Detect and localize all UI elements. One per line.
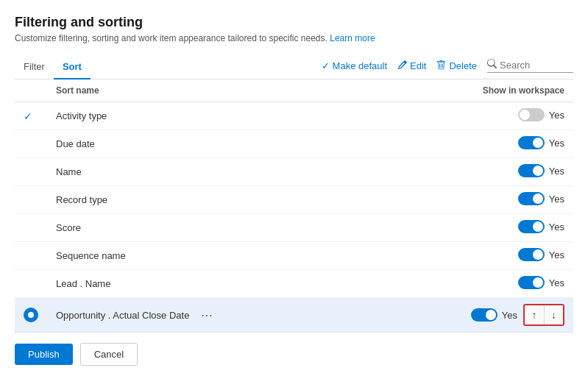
tab-filter[interactable]: Filter <box>15 55 54 79</box>
row-name-cell: Due date <box>47 130 441 158</box>
show-toggle[interactable]: Yes <box>518 220 564 233</box>
col-show: Show in workspace <box>441 79 573 102</box>
toggle-track[interactable] <box>518 164 545 177</box>
toggle-thumb <box>486 310 496 320</box>
col-sort-name: Sort name <box>47 79 441 102</box>
page-subtitle: Customize filtering, sorting and work it… <box>15 33 573 43</box>
table-row[interactable]: Name Yes <box>15 158 573 186</box>
toggle-track[interactable] <box>518 276 545 289</box>
row-name-text: Lead . Name <box>56 278 110 289</box>
make-default-button[interactable]: ✓ Make default <box>322 60 387 71</box>
show-toggle[interactable]: Yes <box>518 108 564 121</box>
show-toggle[interactable]: Yes <box>471 308 517 322</box>
show-toggle[interactable]: Yes <box>518 164 564 177</box>
reorder-buttons: ↑ ↓ <box>523 304 564 326</box>
table-row[interactable]: Score Yes <box>15 214 573 242</box>
row-name-text: Name <box>56 166 82 177</box>
toggle-label: Yes <box>549 277 564 288</box>
table-header-row: Sort name Show in workspace <box>15 79 573 102</box>
row-name-text: Sequence name <box>56 250 126 261</box>
tabs: Filter Sort <box>15 55 91 79</box>
row-name-cell: Opportunity . Actual Close Date⋯ <box>47 298 441 333</box>
row-name-cell: Score <box>47 214 441 242</box>
page-header: Filtering and sorting Customize filterin… <box>15 15 573 55</box>
check-icon: ✓ <box>24 110 32 122</box>
row-name-text: Record type <box>56 194 107 205</box>
footer: Publish Cancel <box>15 332 573 376</box>
toggle-thumb <box>533 221 543 232</box>
toggle-track[interactable] <box>518 108 545 121</box>
edit-icon <box>397 60 407 72</box>
row-check-cell <box>15 158 47 186</box>
learn-more-link[interactable]: Learn more <box>330 33 375 43</box>
toggle-thumb <box>533 249 543 260</box>
row-name-text: Opportunity . Actual Close Date <box>56 310 189 321</box>
toggle-track[interactable] <box>518 136 545 149</box>
move-up-button[interactable]: ↑ <box>525 305 544 324</box>
row-show-cell: Yes <box>441 130 573 158</box>
show-toggle[interactable]: Yes <box>518 276 564 289</box>
toggle-label: Yes <box>549 138 564 149</box>
toggle-label: Yes <box>502 310 517 321</box>
toggle-label: Yes <box>549 221 564 233</box>
toggle-thumb <box>533 138 543 148</box>
row-show-cell: Yes ↑ ↓ <box>441 298 573 333</box>
row-show-cell: Yes <box>441 242 573 270</box>
page-container: Filtering and sorting Customize filterin… <box>0 0 588 376</box>
toggle-thumb <box>533 194 543 204</box>
subtitle-text: Customize filtering, sorting and work it… <box>15 33 330 43</box>
table-row[interactable]: ✓Activity type Yes <box>15 102 573 130</box>
show-toggle[interactable]: Yes <box>518 248 564 261</box>
table-row[interactable]: Sequence name Yes <box>15 242 573 270</box>
toggle-label: Yes <box>549 110 564 121</box>
row-name-cell: Activity type <box>47 102 441 130</box>
row-name-text: Activity type <box>56 110 107 121</box>
toggle-track[interactable] <box>471 308 497 322</box>
toggle-thumb <box>520 110 530 120</box>
table-row[interactable]: Due date Yes <box>15 130 573 158</box>
selected-dot <box>24 308 38 322</box>
toggle-label: Yes <box>549 249 564 260</box>
toggle-track[interactable] <box>518 192 545 205</box>
row-name-text: Due date <box>56 138 95 149</box>
row-name-cell: Name <box>47 158 441 186</box>
sort-table: Sort name Show in workspace ✓Activity ty… <box>15 79 573 332</box>
toggle-label: Yes <box>549 166 564 177</box>
table-row[interactable]: Record type Yes <box>15 186 573 214</box>
row-check-cell <box>15 186 47 214</box>
show-toggle[interactable]: Yes <box>518 136 564 149</box>
row-name-cell: Sequence name <box>47 242 441 270</box>
row-name-cell: Record type <box>47 186 441 214</box>
cancel-button[interactable]: Cancel <box>80 343 138 366</box>
toggle-track[interactable] <box>518 220 545 233</box>
delete-icon <box>436 60 446 72</box>
delete-button[interactable]: Delete <box>436 60 477 72</box>
col-check <box>15 79 47 102</box>
row-check-cell: ✓ <box>15 102 47 130</box>
search-container <box>487 59 573 73</box>
row-name-cell: Lead . Name <box>47 270 441 298</box>
toggle-label: Yes <box>549 194 564 205</box>
toggle-thumb <box>533 277 543 288</box>
show-toggle[interactable]: Yes <box>518 192 564 205</box>
toggle-track[interactable] <box>518 248 545 261</box>
row-check-cell <box>15 130 47 158</box>
publish-button[interactable]: Publish <box>15 344 73 365</box>
row-context-menu[interactable]: ⋯ <box>195 308 219 322</box>
row-show-cell: Yes <box>441 186 573 214</box>
page-title: Filtering and sorting <box>15 15 573 30</box>
row-show-cell: Yes <box>441 102 573 130</box>
row-show-cell: Yes <box>441 214 573 242</box>
row-show-cell: Yes <box>441 158 573 186</box>
row-name-text: Score <box>56 222 81 233</box>
row-check-cell <box>15 298 47 333</box>
toggle-thumb <box>533 166 543 176</box>
table-row[interactable]: Opportunity . Actual Close Date⋯ Yes ↑ ↓ <box>15 298 573 333</box>
search-icon <box>487 59 497 71</box>
row-show-cell: Yes <box>441 270 573 298</box>
move-down-button[interactable]: ↓ <box>544 305 563 324</box>
search-input[interactable] <box>500 60 573 71</box>
table-row[interactable]: Lead . Name Yes <box>15 270 573 298</box>
tab-sort[interactable]: Sort <box>54 55 91 79</box>
edit-button[interactable]: Edit <box>397 60 426 72</box>
